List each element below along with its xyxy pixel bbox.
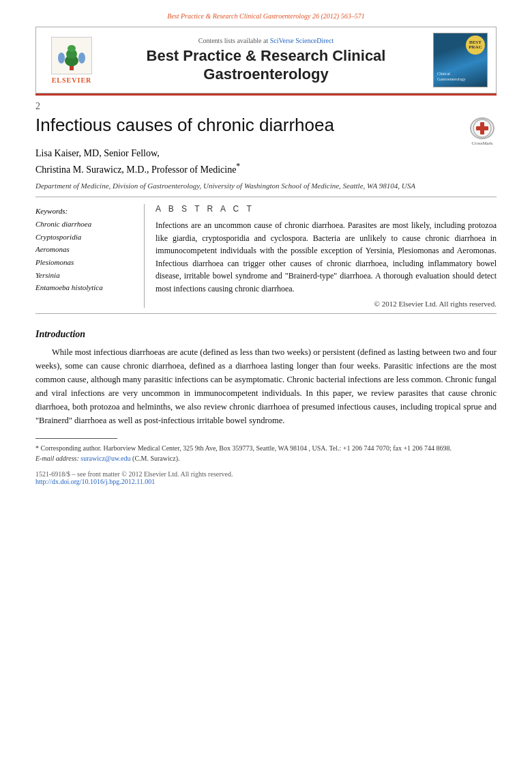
crossmark-widget[interactable]: CrossMark <box>468 117 497 146</box>
thick-divider <box>35 94 497 96</box>
bottom-info: 1521-6918/$ – see front matter © 2012 El… <box>35 470 497 485</box>
cover-title-text: ClinicalGastroenterology <box>437 72 484 83</box>
abstract-copyright: © 2012 Elsevier Ltd. All rights reserved… <box>156 300 497 308</box>
footnote: * Corresponding author. Harborview Medic… <box>35 443 497 463</box>
svg-point-5 <box>78 53 85 63</box>
elsevier-logo: ELSEVIER <box>44 37 99 84</box>
sciverse-link[interactable]: SciVerse ScienceDirect <box>270 37 334 44</box>
article-title: Infectious causes of chronic diarrhoea <box>35 115 334 136</box>
keyword-3: Aeromonas <box>35 243 136 256</box>
abstract-heading: A B S T R A C T <box>156 204 497 214</box>
journal-cover-image: BESTPRAC ClinicalGastroenterology <box>433 33 488 87</box>
authors: Lisa Kaiser, MD, Senior Fellow,Christina… <box>35 146 497 177</box>
contents-label: Contents lists available at <box>198 37 268 44</box>
abstract-text: Infections are an uncommon cause of chro… <box>156 219 497 296</box>
footnote-divider <box>35 438 117 439</box>
abstract-col: A B S T R A C T Infections are an uncomm… <box>156 204 497 308</box>
author-names: Lisa Kaiser, MD, Senior Fellow,Christina… <box>35 148 240 175</box>
footnote-email-label: E-mail address: <box>35 455 79 462</box>
crossmark-circle <box>470 117 494 139</box>
keyword-2: Cryptosporidia <box>35 231 136 244</box>
keyword-5: Yersinia <box>35 269 136 282</box>
issn-text: 1521-6918/$ – see front matter © 2012 El… <box>35 470 497 478</box>
keyword-1: Chronic diarrhoea <box>35 218 136 231</box>
intro-heading: Introduction <box>35 329 497 340</box>
two-col-section: Keywords: Chronic diarrhoea Cryptosporid… <box>35 204 497 308</box>
journal-title-main: Best Practice & Research Clinical Gastro… <box>106 47 426 83</box>
svg-point-4 <box>58 53 65 63</box>
divider-1 <box>35 197 497 197</box>
journal-title-line1: Best Practice & Research Clinical <box>147 47 386 64</box>
cover-box: BESTPRAC ClinicalGastroenterology <box>433 33 488 87</box>
keywords-list: Chronic diarrhoea Cryptosporidia Aeromon… <box>35 218 136 294</box>
sciverse-line: Contents lists available at SciVerse Sci… <box>106 37 426 44</box>
keyword-6: Entamoeba histolytica <box>35 281 136 294</box>
intro-text: While most infectious diarrhoeas are acu… <box>35 345 497 427</box>
article-number: 2 <box>35 101 497 112</box>
footnote-star-note: * Corresponding author. Harborview Medic… <box>35 444 452 452</box>
title-row: Infectious causes of chronic diarrhoea C… <box>35 115 497 146</box>
elsevier-brand-text: ELSEVIER <box>52 76 92 84</box>
affiliation: Department of Medicine, Division of Gast… <box>35 181 497 191</box>
keywords-col: Keywords: Chronic diarrhoea Cryptosporid… <box>35 204 145 308</box>
journal-reference-bar: Best Practice & Research Clinical Gastro… <box>35 12 497 20</box>
keywords-heading: Keywords: <box>35 207 136 215</box>
journal-title-center: Contents lists available at SciVerse Sci… <box>99 37 433 83</box>
journal-header-box: ELSEVIER Contents lists available at Sci… <box>35 27 497 94</box>
footnote-email-suffix: (C.M. Surawicz). <box>132 455 179 462</box>
keyword-4: Plesiomonas <box>35 256 136 269</box>
author-star: * <box>236 162 240 171</box>
page: Best Practice & Research Clinical Gastro… <box>0 0 532 774</box>
journal-ref-text: Best Practice & Research Clinical Gastro… <box>167 12 364 20</box>
divider-2 <box>35 313 497 314</box>
footnote-email-link[interactable]: surawicz@uw.edu <box>80 455 130 462</box>
cover-badge: BESTPRAC <box>466 35 485 55</box>
introduction-section: Introduction While most infectious diarr… <box>35 329 497 427</box>
svg-rect-8 <box>476 126 488 130</box>
elsevier-tree-graphic <box>51 37 92 74</box>
doi-link[interactable]: http://dx.doi.org/10.1016/j.bpg.2012.11.… <box>35 478 497 485</box>
crossmark-label: CrossMark <box>471 141 492 146</box>
svg-point-3 <box>68 45 76 52</box>
journal-title-line2: Gastroenterology <box>203 66 328 83</box>
